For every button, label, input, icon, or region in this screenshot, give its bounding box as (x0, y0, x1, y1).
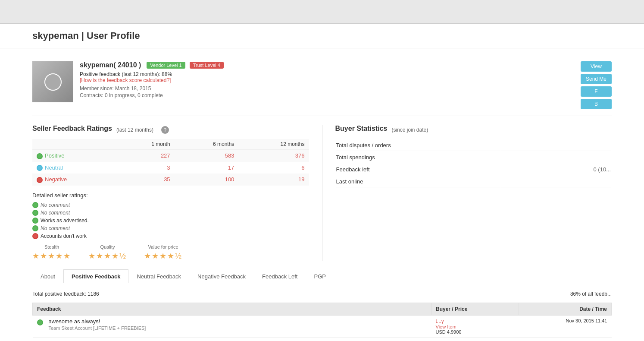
feedback-calc-link[interactable]: [How is the feedback score calculated?] (80, 77, 581, 83)
buyer-statistics-section: Buyer Statistics (since join date) Total… (322, 125, 612, 261)
f-button[interactable]: F (581, 86, 612, 97)
negative-comment-icon (32, 233, 38, 239)
feedback-row: awesome as always! Team Skeet Account [L… (33, 315, 612, 337)
tabs-section: AboutPositive FeedbackNeutral FeedbackNe… (32, 269, 612, 283)
seller-feedback-subtitle: (last 12 months) (116, 127, 153, 133)
tabs-nav: AboutPositive FeedbackNeutral FeedbackNe… (32, 269, 612, 283)
positive-comment-icon (32, 210, 38, 216)
buyer-stat-value (501, 152, 611, 163)
comment-item: No comment (32, 225, 309, 231)
feedback-main-text: awesome as always! (49, 318, 146, 325)
feedback-type-icon (37, 319, 43, 325)
b-button[interactable]: B (581, 99, 612, 109)
tab-neutral-feedback[interactable]: Neutral Feedback (128, 269, 189, 283)
star-label: Stealth (44, 244, 59, 249)
feedback-summary: Total positive feedback: 1186 86% of all… (32, 287, 612, 300)
comment-item: Accounts don't work (32, 233, 309, 239)
feedback-cell: awesome as always! Team Skeet Account [L… (33, 315, 431, 337)
member-since: Member since: March 18, 2015 (80, 85, 581, 92)
vendor-badge: Vendor Level 1 (147, 62, 185, 69)
star-group-value-for-price: Value for price ★★★★½ (144, 244, 182, 261)
tab-positive-feedback[interactable]: Positive Feedback (63, 269, 128, 283)
price-text: USD 4.9900 (436, 329, 515, 335)
buyer-stat-label: Feedback left (336, 164, 500, 175)
positive-comment-icon (32, 225, 38, 231)
feedback-help-button[interactable]: ? (161, 126, 169, 134)
buyer-stat-label: Total spendings (336, 152, 500, 163)
star-group-stealth: Stealth ★★★★★ (32, 244, 71, 261)
feedback-content: Total positive feedback: 1186 86% of all… (32, 287, 612, 341)
buyer-stat-label: Last online (336, 176, 500, 187)
neutral-circle-icon (37, 165, 43, 171)
trust-badge: Trust Level 4 (190, 62, 224, 69)
buyer-stat-row: Feedback left 0 (10... (336, 164, 611, 175)
star-display: ★★★★½ (88, 251, 127, 261)
buyer-price-cell: d...e View Item USD 3.7500 (431, 337, 519, 341)
buyer-stat-row: Total disputes / orders (336, 140, 611, 151)
star-ratings: Stealth ★★★★★ Quality ★★★★½ Value for pr… (32, 244, 309, 261)
profile-username: skypeman( 24010 ) (80, 61, 141, 69)
seller-feedback-section: Seller Feedback Ratings (last 12 months)… (32, 125, 322, 261)
feedback-col-header: Feedback (33, 303, 431, 315)
profile-info: skypeman( 24010 ) Vendor Level 1 Trust L… (80, 61, 581, 98)
message-button[interactable]: Send Me (581, 74, 612, 84)
rating-row-positive: Positive 227 583 376 (32, 150, 309, 162)
detailed-ratings-title: Detailed seller ratings: (32, 192, 309, 199)
feedback-positive-text: Positive feedback (last 12 months): 88% (80, 71, 581, 77)
star-display: ★★★★½ (144, 251, 182, 261)
comment-item: No comment (32, 210, 309, 216)
comment-item: No comment (32, 202, 309, 208)
col-6months-header: 6 months (175, 139, 239, 150)
col-12months-header: 12 months (238, 139, 309, 150)
feedback-cell: No comment BangBros+Brazzers+Mofos+Naugh… (33, 337, 431, 341)
view-item-link[interactable]: View Item (436, 324, 515, 329)
buyer-stats-title: Buyer Statistics (335, 125, 388, 133)
comment-item: Works as advertised. (32, 218, 309, 224)
positive-comment-icon (32, 218, 38, 224)
profile-actions: View Send Me F B (581, 61, 612, 109)
tab-pgp[interactable]: PGP (306, 269, 334, 283)
date-text: Nov 30, 2015 11:41 (523, 318, 607, 323)
date-cell: Nov 30, 2015 01:46 (519, 337, 612, 341)
positive-comment-icon (32, 202, 38, 208)
feedback-sub-text: Team Skeet Account [LIFETIME + FREEBIES] (49, 325, 146, 331)
comment-list: No commentNo commentWorks as advertised.… (32, 202, 309, 239)
star-label: Value for price (148, 244, 178, 249)
feedback-table-body: awesome as always! Team Skeet Account [L… (33, 315, 612, 341)
comment-text: No comment (41, 225, 70, 231)
tab-about[interactable]: About (32, 269, 63, 283)
rating-row-neutral: Neutral 3 17 6 (32, 162, 309, 174)
buyer-stat-row: Last online (336, 176, 611, 187)
buyer-stat-value (501, 140, 611, 151)
buyer-price-col-header: Buyer / Price (431, 303, 519, 315)
feedback-row: No comment BangBros+Brazzers+Mofos+Naugh… (33, 337, 612, 341)
view-button[interactable]: View (581, 61, 612, 72)
comment-text: Accounts don't work (41, 233, 87, 239)
tab-negative-feedback[interactable]: Negative Feedback (189, 269, 254, 283)
tab-feedback-left[interactable]: Feedback Left (254, 269, 306, 283)
stats-section: Seller Feedback Ratings (last 12 months)… (32, 125, 612, 261)
buyer-stat-value: 0 (10... (501, 164, 611, 175)
comment-text: No comment (41, 210, 70, 216)
buyer-stat-label: Total disputes / orders (336, 140, 500, 151)
total-positive-label: Total positive feedback: 1186 (32, 291, 99, 297)
buyer-stat-row: Total spendings (336, 152, 611, 163)
buyer-price-cell: t...y View Item USD 4.9900 (431, 315, 519, 337)
buyer-stat-value (501, 176, 611, 187)
feedback-table: Feedback Buyer / Price Date / Time aweso… (32, 303, 612, 341)
profile-section: skypeman( 24010 ) Vendor Level 1 Trust L… (32, 55, 612, 116)
comment-text: No comment (41, 202, 70, 208)
buyer-link[interactable]: t...y (436, 318, 444, 324)
buyer-stats-subtitle: (since join date) (391, 127, 428, 133)
ratings-table: 1 month 6 months 12 months Positive 227 … (32, 139, 309, 186)
negative-circle-icon (37, 177, 43, 183)
star-label: Quality (100, 244, 115, 249)
buyer-stats-table: Total disputes / orders Total spendings … (335, 139, 612, 188)
avatar (32, 61, 73, 102)
comment-text: Works as advertised. (41, 218, 89, 224)
star-group-quality: Quality ★★★★½ (88, 244, 127, 261)
percentage-label: 86% of all feedb... (570, 291, 612, 297)
star-display: ★★★★★ (32, 251, 71, 261)
positive-circle-icon (37, 153, 43, 159)
date-cell: Nov 30, 2015 11:41 (519, 315, 612, 337)
